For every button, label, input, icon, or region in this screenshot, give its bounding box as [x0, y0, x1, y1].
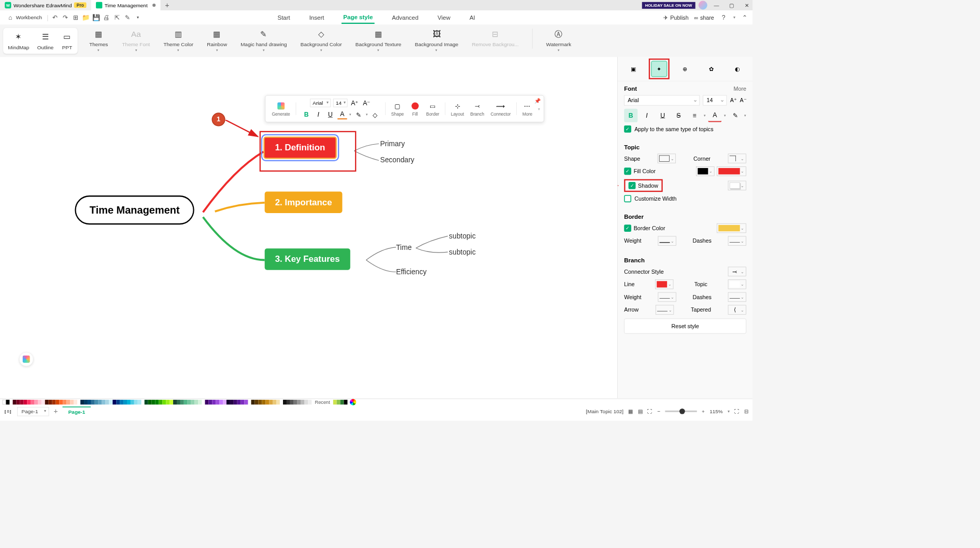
- import-icon[interactable]: ✎: [123, 13, 131, 21]
- node-subtopic-2[interactable]: subtopic: [449, 248, 475, 256]
- node-efficiency[interactable]: Efficiency: [396, 268, 427, 276]
- zoom-level[interactable]: 115%: [709, 409, 723, 415]
- mode-mindmap[interactable]: ✶MindMap: [8, 31, 29, 51]
- ai-assistant-bubble[interactable]: [19, 352, 34, 367]
- ft-shape[interactable]: ▢Shape: [389, 101, 406, 116]
- font-color-button[interactable]: A: [708, 109, 721, 122]
- reset-style-button[interactable]: Reset style: [624, 318, 746, 333]
- print-icon[interactable]: 🖨: [103, 13, 110, 21]
- clear-format-icon[interactable]: ◇: [370, 110, 379, 119]
- ft-more[interactable]: ⋯More: [520, 101, 534, 116]
- underline-icon[interactable]: U: [325, 110, 335, 119]
- shape-select[interactable]: [658, 153, 676, 163]
- shadow-select[interactable]: [728, 181, 746, 190]
- node-key-features[interactable]: 3. Key Features: [265, 248, 350, 270]
- font-family-select[interactable]: Arial: [624, 95, 700, 106]
- panel-tab-pin[interactable]: ⊕: [677, 61, 693, 77]
- zoom-out-button[interactable]: −: [657, 409, 660, 415]
- export-icon[interactable]: ⇱: [113, 13, 121, 21]
- ft-font-select[interactable]: Arial: [310, 99, 331, 107]
- font-size-select[interactable]: 14: [703, 95, 727, 106]
- mode-ppt[interactable]: ▭PPT: [62, 31, 73, 51]
- close-icon[interactable]: ✕: [741, 0, 752, 10]
- bold-button[interactable]: B: [624, 109, 637, 122]
- view-grid-icon[interactable]: ▦: [628, 409, 633, 415]
- align-button[interactable]: ≡: [688, 109, 701, 122]
- ribbon-magic-hand[interactable]: ✎Magic hand drawing▾: [240, 29, 287, 52]
- help-icon[interactable]: ?: [720, 13, 728, 21]
- panel-tab-layout[interactable]: ▣: [625, 61, 641, 77]
- node-primary[interactable]: Primary: [380, 140, 405, 148]
- exit-icon[interactable]: ⊟: [744, 409, 748, 415]
- ft-connector[interactable]: ⟿Connector: [488, 101, 513, 116]
- color-strip[interactable]: Recent: [0, 399, 752, 405]
- page-tab[interactable]: Page-1: [63, 406, 91, 416]
- collapse-ribbon-icon[interactable]: ⌃: [741, 13, 748, 21]
- minimize-icon[interactable]: —: [711, 0, 722, 10]
- panel-tab-gear[interactable]: ✿: [703, 61, 719, 77]
- ribbon-rainbow[interactable]: ▦Rainbow▾: [207, 29, 227, 52]
- fill-pattern-select[interactable]: [696, 166, 714, 176]
- fill-color-select[interactable]: [717, 166, 746, 176]
- border-color-checkbox[interactable]: ✓: [624, 224, 631, 232]
- ft-branch[interactable]: ⤙Branch: [468, 101, 487, 116]
- share-button[interactable]: ∞share: [694, 14, 714, 20]
- node-center[interactable]: Time Management: [75, 195, 194, 224]
- font-decrease-icon[interactable]: A⁻: [740, 97, 746, 103]
- ft-layout[interactable]: ⊹Layout: [448, 101, 466, 116]
- font-increase-icon[interactable]: A⁺: [350, 98, 359, 107]
- font-decrease-icon[interactable]: A⁻: [362, 98, 371, 107]
- add-page-button[interactable]: +: [54, 407, 58, 415]
- ribbon-watermark[interactable]: ⒶWatermark▾: [546, 29, 571, 52]
- zoom-slider[interactable]: [665, 411, 697, 412]
- document-tab[interactable]: Time Management: [91, 0, 161, 10]
- view-list-icon[interactable]: ▤: [638, 409, 643, 415]
- home-button[interactable]: ⌂Workbench: [4, 12, 45, 23]
- more-qat-icon[interactable]: ▾: [134, 13, 141, 21]
- branch-dashes-select[interactable]: [728, 292, 746, 302]
- publish-button[interactable]: ✈Publish: [663, 14, 688, 20]
- color-wheel-icon[interactable]: [350, 399, 356, 405]
- node-secondary[interactable]: Secondary: [380, 156, 414, 164]
- maximize-icon[interactable]: ▢: [726, 0, 737, 10]
- redo-icon[interactable]: ↷: [61, 13, 69, 21]
- branch-weight-select[interactable]: [658, 292, 676, 302]
- holiday-badge[interactable]: HOLIDAY SALE ON NOW: [642, 2, 695, 8]
- fit-icon[interactable]: ⛶: [647, 409, 652, 415]
- highlight-icon[interactable]: ✎: [354, 110, 363, 119]
- ribbon-bg-image[interactable]: 🖼Background Image▾: [415, 29, 458, 52]
- ft-generate[interactable]: Generate: [269, 101, 292, 116]
- font-increase-icon[interactable]: A⁺: [730, 97, 737, 103]
- font-color-icon[interactable]: A: [337, 110, 347, 119]
- avatar[interactable]: [699, 1, 707, 10]
- font-more-link[interactable]: More: [733, 86, 746, 92]
- canvas[interactable]: 📌 Generate Arial 14 A⁺ A⁻ B I U A▾ ✎▾: [0, 57, 617, 398]
- apply-same-checkbox[interactable]: ✓: [624, 125, 631, 133]
- fullscreen-icon[interactable]: ⛶: [734, 409, 740, 415]
- strike-button[interactable]: S: [672, 109, 685, 122]
- ribbon-themes[interactable]: ▦Themes▾: [89, 29, 108, 52]
- customize-width-checkbox[interactable]: [624, 195, 631, 202]
- topic-color-select[interactable]: [728, 279, 746, 289]
- connector-style-select[interactable]: ⤙: [728, 267, 746, 276]
- line-color-select[interactable]: [655, 279, 673, 289]
- node-subtopic-1[interactable]: subtopic: [449, 232, 475, 241]
- italic-button[interactable]: I: [640, 109, 654, 122]
- ribbon-theme-font[interactable]: AaTheme Font▾: [122, 29, 150, 52]
- pages-icon[interactable]: ⫿▯⫿: [4, 409, 12, 415]
- arrow-select[interactable]: [656, 305, 674, 314]
- underline-button[interactable]: U: [656, 109, 670, 122]
- panel-tab-clock[interactable]: ◐: [729, 61, 745, 77]
- save-icon[interactable]: 💾: [92, 13, 100, 21]
- border-dashes-select[interactable]: [728, 236, 746, 245]
- new-icon[interactable]: ⊞: [72, 13, 79, 21]
- shadow-checkbox[interactable]: ✓: [629, 182, 636, 189]
- ft-size-select[interactable]: 14: [333, 99, 348, 107]
- corner-select[interactable]: [728, 153, 746, 163]
- zoom-in-button[interactable]: +: [702, 409, 705, 415]
- node-time[interactable]: Time: [396, 243, 411, 251]
- page-select[interactable]: Page-1: [17, 407, 49, 416]
- ft-fill[interactable]: Fill: [408, 101, 422, 116]
- new-tab-button[interactable]: +: [160, 1, 174, 9]
- bold-icon[interactable]: B: [302, 110, 311, 119]
